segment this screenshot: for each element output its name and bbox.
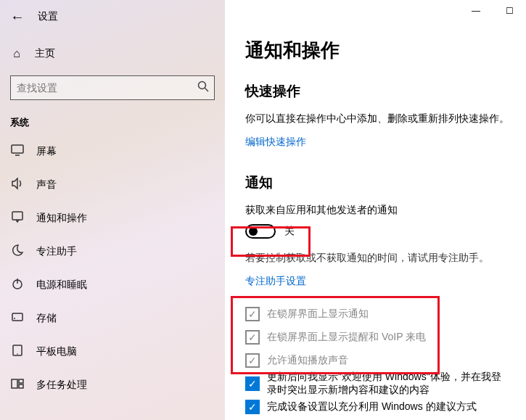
multitask-icon	[10, 377, 25, 393]
sidebar: ← 设置 ⌂ 主页 系统 屏幕 声音	[0, 0, 225, 420]
home-icon: ⌂	[10, 47, 23, 60]
focus-assist-settings-link[interactable]: 专注助手设置	[245, 275, 306, 288]
svg-rect-12	[19, 379, 23, 383]
check-label: 完成设备设置以充分利用 Windows 的建议方式	[267, 400, 477, 413]
svg-rect-4	[12, 212, 22, 220]
edit-quick-actions-link[interactable]: 编辑快速操作	[245, 136, 306, 149]
maximize-button[interactable]: ☐	[493, 0, 526, 22]
svg-rect-2	[12, 145, 23, 153]
check-row-welcome[interactable]: ✓ 更新后向我显示"欢迎使用 Windows"体验，并在我登录时突出显示新增内容…	[245, 372, 526, 395]
toggle-state-label: 关	[284, 225, 295, 238]
sidebar-item-label: 专注助手	[36, 245, 77, 258]
sidebar-item-label: 通知和操作	[36, 212, 87, 225]
sidebar-item-label: 电源和睡眠	[36, 279, 87, 292]
sound-icon	[10, 177, 25, 193]
display-icon	[10, 144, 25, 160]
svg-rect-7	[12, 313, 22, 321]
checkbox-icon: ✓	[245, 400, 260, 414]
notify-icon	[10, 210, 25, 226]
storage-icon	[10, 310, 25, 326]
app-title: 设置	[38, 10, 58, 23]
tablet-icon	[10, 344, 25, 360]
notifications-toggle[interactable]	[245, 224, 276, 239]
check-label: 更新后向我显示"欢迎使用 Windows"体验，并在我登录时突出显示新增内容和建…	[267, 371, 506, 397]
svg-point-10	[17, 353, 18, 355]
checkbox-icon: ✓	[245, 307, 260, 321]
svg-point-0	[199, 82, 206, 89]
sidebar-item-label: 屏幕	[36, 145, 57, 158]
content-pane: — ☐ 通知和操作 快速操作 你可以直接在操作中心中添加、删除或重新排列快速操作…	[225, 0, 526, 420]
section-notifications: 通知	[245, 173, 526, 192]
search-input[interactable]	[10, 75, 215, 100]
sidebar-item-sound[interactable]: 声音	[0, 168, 225, 202]
sidebar-item-notifications[interactable]: 通知和操作	[0, 202, 225, 235]
group-label-system: 系统	[0, 100, 225, 135]
svg-line-1	[205, 88, 209, 92]
focus-help-text: 若要控制获取或不获取通知的时间，请试用专注助手。	[245, 252, 526, 265]
checkbox-icon: ✓	[245, 330, 260, 345]
minimize-button[interactable]: —	[459, 0, 493, 22]
toggle-knob	[249, 227, 258, 236]
sidebar-item-label: 多任务处理	[36, 379, 87, 392]
checkbox-icon: ✓	[245, 376, 260, 391]
page-title: 通知和操作	[245, 38, 526, 63]
check-row-lockscreen-reminder[interactable]: ✓ 在锁屏界面上显示提醒和 VoIP 来电	[245, 326, 526, 349]
search-wrap	[10, 75, 215, 100]
sidebar-item-display[interactable]: 屏幕	[0, 135, 225, 168]
sidebar-item-power[interactable]: 电源和睡眠	[0, 268, 225, 302]
svg-point-8	[14, 318, 15, 319]
back-button[interactable]: ←	[10, 9, 25, 24]
power-icon	[10, 277, 25, 293]
section-quick-actions: 快速操作	[245, 82, 526, 101]
check-label: 允许通知播放声音	[267, 354, 348, 367]
check-label: 在锁屏界面上显示通知	[267, 308, 369, 321]
check-row-finish-setup[interactable]: ✓ 完成设备设置以充分利用 Windows 的建议方式	[245, 395, 526, 419]
quick-desc: 你可以直接在操作中心中添加、删除或重新排列快速操作。	[245, 112, 526, 125]
sidebar-item-tablet[interactable]: 平板电脑	[0, 335, 225, 368]
svg-rect-11	[12, 379, 17, 388]
check-label: 在锁屏界面上显示提醒和 VoIP 来电	[267, 331, 426, 344]
sidebar-item-multitask[interactable]: 多任务处理	[0, 368, 225, 402]
svg-rect-13	[19, 384, 23, 388]
sidebar-home[interactable]: ⌂ 主页	[0, 39, 225, 68]
check-row-sound[interactable]: ✓ 允许通知播放声音	[245, 349, 526, 372]
home-label: 主页	[35, 47, 55, 60]
notify-desc: 获取来自应用和其他发送者的通知	[245, 204, 526, 217]
sidebar-item-label: 平板电脑	[36, 345, 77, 358]
search-icon[interactable]	[197, 81, 209, 94]
sidebar-item-label: 声音	[36, 178, 57, 192]
sidebar-item-focus[interactable]: 专注助手	[0, 235, 225, 268]
check-row-lockscreen-notify[interactable]: ✓ 在锁屏界面上显示通知	[245, 302, 526, 326]
checkbox-icon: ✓	[245, 353, 260, 368]
focus-icon	[10, 244, 25, 260]
sidebar-item-storage[interactable]: 存储	[0, 302, 225, 335]
sidebar-item-label: 存储	[36, 312, 57, 325]
